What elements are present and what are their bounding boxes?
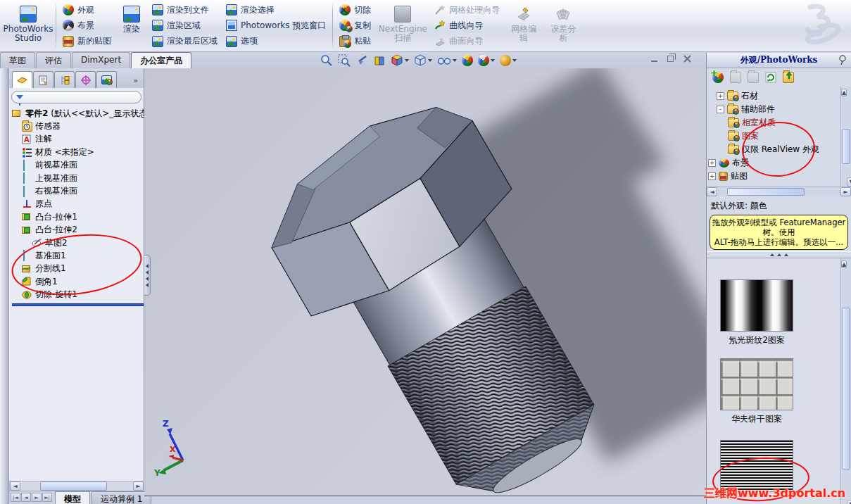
panel-splitter-handle[interactable] bbox=[144, 255, 151, 296]
propertymanager-tab[interactable] bbox=[33, 71, 53, 88]
rollback-bar[interactable] bbox=[12, 303, 144, 306]
tree-filter-input[interactable] bbox=[11, 91, 141, 103]
appearance-button[interactable]: 外观 bbox=[63, 2, 111, 18]
model-tab[interactable]: 模型 bbox=[55, 491, 90, 504]
new-decal-button[interactable]: 新的贴图 bbox=[63, 34, 111, 49]
view-settings-button[interactable] bbox=[500, 55, 517, 66]
tab-overflow-chevron[interactable]: » bbox=[133, 76, 142, 88]
tree-item-plane1[interactable]: 基准面1 bbox=[12, 249, 144, 262]
hide-show-items-button[interactable] bbox=[437, 54, 457, 67]
paste-button[interactable]: 粘贴 bbox=[339, 34, 371, 49]
zoom-to-fit-button[interactable] bbox=[320, 54, 333, 67]
pane-splitter[interactable] bbox=[707, 251, 851, 258]
render-to-file-button[interactable]: 渲染到文件 bbox=[152, 2, 218, 18]
tree-item-scenes[interactable]: + 布景 bbox=[708, 156, 851, 170]
open-folder-button-disabled[interactable] bbox=[730, 72, 741, 83]
photoworks-studio-button[interactable]: PhotoWorks Studio bbox=[3, 1, 53, 50]
refresh-button[interactable] bbox=[765, 72, 776, 83]
edit-appearance-button[interactable] bbox=[462, 55, 473, 66]
tab-sketch[interactable]: 草图 bbox=[0, 52, 35, 68]
expand-toggle[interactable]: + bbox=[708, 172, 716, 180]
configurationmanager-tab[interactable] bbox=[54, 71, 75, 88]
tree-item-misc[interactable]: - 辅助部件 bbox=[717, 103, 851, 116]
preview-window-button[interactable]: Photoworks 预览窗口 bbox=[226, 18, 326, 33]
tree-item-split-line1[interactable]: 分割线1 bbox=[12, 263, 144, 275]
section-view-button[interactable] bbox=[373, 54, 386, 67]
next-tab-button[interactable]: ► bbox=[32, 493, 42, 502]
tree-item-cut-revolve1[interactable]: 切除-旋转1 bbox=[12, 288, 144, 301]
apply-scene-button[interactable] bbox=[478, 55, 495, 66]
deviation-analysis-button[interactable]: 误差分 析 bbox=[543, 1, 583, 50]
scroll-up-button[interactable]: ▲ bbox=[841, 260, 847, 268]
tab-dimxpert[interactable]: DimXpert bbox=[72, 52, 130, 68]
tab-evaluate[interactable]: 评估 bbox=[36, 52, 71, 68]
tree-item-annotations[interactable]: A 注解 bbox=[12, 133, 144, 146]
options-button[interactable]: 选项 bbox=[226, 34, 326, 49]
tree-item-boss-extrude2[interactable]: 凸台-拉伸2 bbox=[12, 224, 144, 237]
minimize-icon[interactable] bbox=[651, 56, 657, 62]
scroll-down-button[interactable]: ▼ bbox=[847, 177, 851, 187]
tree-item-sketch2[interactable]: 草图2 bbox=[12, 237, 144, 249]
tree-item-decals[interactable]: + 贴图 bbox=[708, 170, 851, 183]
scroll-left-button[interactable]: ◄ bbox=[707, 187, 717, 196]
hscroll-thumb[interactable] bbox=[40, 481, 107, 491]
render-selection-button[interactable]: 渲染选择 bbox=[226, 2, 326, 18]
motion-study-tab[interactable]: 运动算例 1 bbox=[92, 491, 151, 504]
displaymanager-tab[interactable] bbox=[96, 71, 117, 88]
thumbnail-waffle[interactable]: 华夫饼干图案 bbox=[720, 358, 793, 425]
scenery-button[interactable]: 布景 bbox=[63, 18, 111, 33]
render-region-button[interactable]: 渲染区域 bbox=[152, 18, 218, 33]
hscroll-thumb[interactable] bbox=[727, 188, 805, 196]
tree-item-studio-materials[interactable]: 相室材质 bbox=[717, 116, 851, 130]
tree-item-stone[interactable]: + 石材 bbox=[717, 89, 851, 103]
tree-item-boss-extrude1[interactable]: 凸台-拉伸1 bbox=[12, 210, 144, 223]
collapse-toggle[interactable]: - bbox=[717, 106, 724, 113]
pin-icon[interactable] bbox=[838, 55, 847, 65]
tree-item-origin[interactable]: 原点 bbox=[12, 198, 144, 210]
view-orientation-button[interactable] bbox=[391, 54, 409, 67]
render-last-region-button[interactable]: 渲染最后区域 bbox=[152, 34, 218, 49]
nextengine-scan-button[interactable]: NextEngine 扫描 bbox=[375, 1, 430, 50]
first-tab-button[interactable]: |◄ bbox=[11, 493, 20, 502]
prev-tab-button[interactable]: ◄ bbox=[21, 493, 31, 502]
graphics-area[interactable]: Z Y X bbox=[144, 68, 706, 496]
up-one-level-button[interactable] bbox=[783, 72, 794, 83]
dimxpertmanager-tab[interactable] bbox=[75, 71, 96, 88]
add-appearance-button[interactable] bbox=[712, 72, 724, 83]
expand-toggle[interactable]: + bbox=[717, 92, 724, 100]
render-button[interactable]: 渲染 bbox=[115, 1, 148, 50]
cut-button[interactable]: 切除 bbox=[339, 2, 371, 18]
tree-item-patterns[interactable]: 图案 bbox=[717, 130, 851, 143]
tree-item-material[interactable]: 材质 <未指定> bbox=[12, 146, 144, 158]
new-folder-button-disabled[interactable] bbox=[748, 72, 759, 83]
tree-item-realview-only[interactable]: 仅限 RealView 外观 bbox=[717, 143, 851, 156]
tree-root-part[interactable]: 零件2 (默认<<默认>_显示状态 1 bbox=[12, 107, 144, 120]
tree-item-chamfer1[interactable]: 倒角1 bbox=[12, 275, 144, 288]
copy-button[interactable]: 复制 bbox=[339, 18, 371, 33]
tree-item-front-plane[interactable]: 前视基准面 bbox=[12, 159, 144, 172]
featuremanager-tree-tab[interactable] bbox=[12, 71, 32, 88]
tree-item-top-plane[interactable]: 上视基准面 bbox=[12, 172, 144, 184]
vscroll-thumb[interactable] bbox=[842, 129, 850, 164]
mesh-edit-button[interactable]: 网格编 辑 bbox=[504, 1, 543, 50]
tree-item-right-plane[interactable]: 右视基准面 bbox=[12, 184, 144, 197]
close-icon[interactable] bbox=[683, 55, 691, 63]
tab-office-products[interactable]: 办公室产品 bbox=[131, 52, 191, 68]
tree-item-sensors[interactable]: 传感器 bbox=[12, 120, 144, 132]
curve-wizard-button[interactable]: 曲线向导 bbox=[434, 18, 500, 33]
surface-wizard-button[interactable]: 曲面向导 bbox=[434, 34, 500, 49]
zoom-to-area-button[interactable] bbox=[338, 54, 351, 67]
scroll-up-button[interactable]: ▲ bbox=[841, 89, 847, 96]
scroll-left-button[interactable]: ◄ bbox=[10, 481, 20, 491]
scroll-right-button[interactable]: ► bbox=[133, 481, 144, 491]
restore-icon[interactable] bbox=[667, 56, 674, 62]
display-style-button[interactable] bbox=[414, 54, 432, 67]
thumbnail-neon-stripes[interactable]: 氖光斑纹2图案 bbox=[720, 279, 793, 346]
expand-toggle[interactable]: + bbox=[708, 159, 716, 167]
scroll-right-button[interactable]: ► bbox=[840, 187, 851, 196]
mesh-prep-wizard-button[interactable]: 网格处理向导 bbox=[434, 2, 500, 18]
last-tab-button[interactable]: ►| bbox=[42, 493, 52, 502]
scroll-down-button[interactable]: ▼ bbox=[847, 500, 851, 504]
previous-view-button[interactable] bbox=[355, 54, 368, 67]
vscroll-thumb[interactable] bbox=[842, 308, 850, 470]
